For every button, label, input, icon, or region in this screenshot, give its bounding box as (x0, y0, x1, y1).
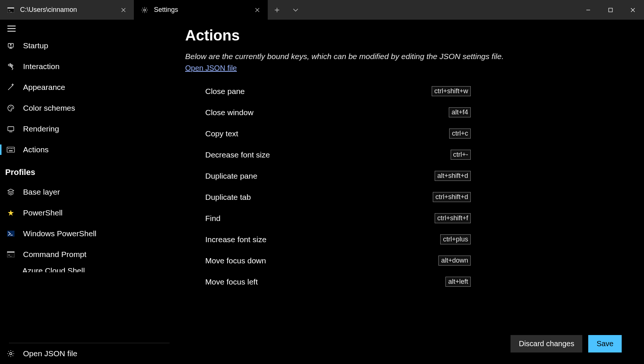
action-name: Decrease font size (205, 150, 451, 159)
winpowershell-icon (7, 230, 15, 238)
svg-rect-1 (7, 7, 14, 9)
action-row: Decrease font size ctrl+- (185, 144, 471, 165)
svg-point-6 (9, 107, 10, 108)
close-window-button[interactable] (622, 0, 644, 20)
tab-settings[interactable]: Settings (134, 0, 268, 20)
keybind: alt+left (445, 277, 471, 287)
sidebar-item-actions[interactable]: Actions (0, 139, 178, 160)
action-name: Increase font size (205, 235, 440, 244)
gear-icon (141, 7, 148, 13)
palette-icon (7, 104, 15, 112)
sidebar-item-label: PowerShell (23, 208, 62, 217)
close-icon[interactable] (119, 6, 128, 14)
tab-title: Settings (154, 6, 247, 14)
action-row: Increase font size ctrl+plus (185, 229, 471, 250)
svg-text:>_: >_ (9, 9, 12, 12)
keybind: ctrl+plus (440, 234, 471, 244)
action-row: Move focus down alt+down (185, 250, 471, 271)
tab-actions (268, 0, 305, 20)
svg-rect-4 (609, 8, 612, 12)
sidebar-item-label: Windows PowerShell (23, 229, 96, 238)
page-description: Below are the currently bound keys, whic… (185, 52, 644, 61)
keybind: ctrl+- (451, 150, 471, 160)
sidebar-item-label: Color schemes (23, 104, 75, 113)
svg-rect-10 (7, 147, 15, 152)
keybind: alt+down (438, 256, 471, 266)
page-title: Actions (185, 27, 644, 44)
svg-text:>_: >_ (8, 253, 12, 257)
maximize-button[interactable] (599, 0, 622, 20)
sidebar-item-interaction[interactable]: Interaction (0, 56, 178, 77)
action-row: Close window alt+f4 (185, 102, 471, 123)
tab-terminal[interactable]: >_ C:\Users\cinnamon (0, 0, 134, 20)
sidebar-item-appearance[interactable]: Appearance (0, 77, 178, 98)
svg-rect-15 (9, 150, 13, 151)
sidebar-item-label: Base layer (23, 188, 60, 196)
keybind: alt+f4 (449, 107, 471, 117)
action-row: Move focus left alt+left (185, 271, 471, 292)
sidebar-item-colorschemes[interactable]: Color schemes (0, 98, 178, 118)
cmd-icon: >_ (7, 250, 15, 259)
hamburger-button[interactable] (0, 20, 178, 35)
action-row: Find ctrl+shift+f (185, 208, 471, 229)
sidebar-item-label: Open JSON file (23, 349, 77, 358)
sidebar-profile-azure-cut[interactable]: Azure Cloud Shell (0, 265, 178, 272)
gear-icon (7, 350, 15, 358)
action-name: Close pane (205, 87, 432, 96)
new-tab-button[interactable] (268, 0, 286, 20)
sidebar-item-label: Command Prompt (23, 250, 86, 259)
svg-rect-11 (8, 148, 9, 149)
startup-icon (7, 42, 15, 50)
sidebar-item-label: Interaction (23, 62, 59, 71)
sidebar-item-label: Actions (23, 145, 49, 154)
action-name: Close window (205, 108, 449, 117)
sidebar-open-json[interactable]: Open JSON file (0, 343, 178, 364)
svg-rect-13 (11, 148, 12, 149)
action-name: Find (205, 214, 435, 223)
actions-list: Close pane ctrl+shift+w Close window alt… (185, 81, 644, 292)
save-button[interactable]: Save (588, 335, 622, 352)
interaction-icon (7, 62, 15, 71)
action-name: Move focus left (205, 277, 445, 286)
hamburger-icon (7, 26, 16, 32)
keyboard-icon (7, 146, 15, 154)
sidebar-profile-powershell[interactable]: PowerShell (0, 202, 178, 223)
appearance-icon (7, 83, 15, 91)
action-row: Duplicate pane alt+shift+d (185, 165, 471, 186)
sidebar-item-label: Startup (23, 41, 48, 50)
keybind: ctrl+shift+d (433, 192, 471, 202)
sidebar-profile-cmd[interactable]: >_ Command Prompt (0, 244, 178, 265)
keybind: ctrl+shift+f (435, 213, 471, 223)
layers-icon (7, 188, 15, 196)
tab-dropdown-button[interactable] (286, 0, 305, 20)
terminal-icon: >_ (7, 7, 14, 13)
footer: Discard changes Save (178, 323, 644, 364)
svg-rect-18 (7, 251, 15, 253)
svg-point-20 (10, 352, 12, 355)
window-controls (577, 0, 644, 20)
svg-point-3 (144, 9, 145, 11)
minimize-button[interactable] (577, 0, 599, 20)
action-row: Close pane ctrl+shift+w (185, 81, 471, 102)
action-name: Copy text (205, 129, 449, 138)
svg-point-8 (12, 107, 13, 108)
content: Actions Below are the currently bound ke… (178, 20, 644, 364)
discard-button[interactable]: Discard changes (511, 335, 582, 352)
svg-rect-9 (8, 127, 14, 131)
action-row: Copy text ctrl+c (185, 123, 471, 144)
open-json-link[interactable]: Open JSON file (185, 64, 237, 72)
keybind: alt+shift+d (435, 171, 471, 181)
keybind: ctrl+c (449, 129, 471, 139)
close-icon[interactable] (253, 6, 262, 14)
powershell-icon (7, 209, 15, 217)
svg-rect-14 (13, 148, 13, 149)
sidebar-item-startup[interactable]: Startup (0, 35, 178, 56)
action-row: Duplicate tab ctrl+shift+d (185, 186, 471, 208)
keybind: ctrl+shift+w (432, 86, 471, 96)
sidebar-item-rendering[interactable]: Rendering (0, 118, 178, 139)
titlebar: >_ C:\Users\cinnamon Settings (0, 0, 644, 20)
action-name: Move focus down (205, 256, 438, 265)
sidebar-item-label: Appearance (23, 83, 65, 92)
sidebar-profile-winpowershell[interactable]: Windows PowerShell (0, 223, 178, 244)
sidebar-profile-baselayer[interactable]: Base layer (0, 182, 178, 202)
